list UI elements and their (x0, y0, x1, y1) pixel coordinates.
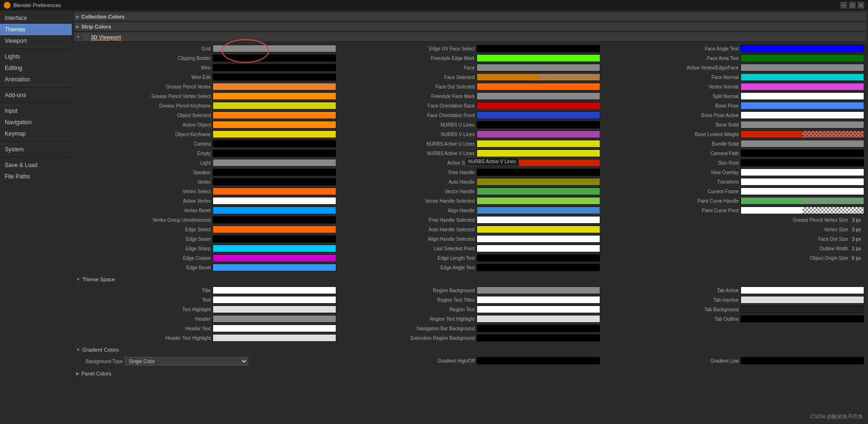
color-swatch-view-overlay[interactable] (741, 168, 864, 176)
color-swatch-vertex-normal[interactable] (741, 83, 864, 90)
color-swatch-bundle-solid[interactable] (741, 140, 864, 148)
color-swatch-wire-edit[interactable] (213, 73, 336, 81)
color-swatch-grid[interactable] (213, 45, 336, 52)
color-swatch-bone-pose-active[interactable] (741, 111, 864, 119)
background-type-select[interactable]: Single Color Linear Gradient Radial Grad… (125, 357, 248, 365)
theme-space-header[interactable]: ▼ Theme Space (74, 275, 866, 284)
color-swatch-region-text-hl[interactable] (477, 315, 600, 323)
color-swatch-exec-region-bg[interactable] (477, 334, 600, 342)
color-swatch-speaker[interactable] (213, 168, 336, 176)
color-swatch-auto-handle-sel[interactable] (477, 226, 600, 233)
color-swatch-obj-kf[interactable] (213, 130, 336, 138)
color-swatch-region-bg[interactable] (477, 286, 600, 294)
color-swatch-auto-handle[interactable] (477, 178, 600, 186)
color-swatch-clipping[interactable] (213, 54, 336, 62)
sidebar-item-file-paths[interactable]: File Paths (0, 171, 72, 182)
color-swatch-face-angle-text[interactable] (741, 45, 864, 52)
color-swatch-bone-solid[interactable] (741, 121, 864, 128)
color-swatch-align-handle-sel[interactable] (477, 235, 600, 243)
color-swatch-text[interactable] (213, 296, 336, 304)
color-swatch-bone-locked[interactable] (741, 130, 864, 138)
color-swatch-header-text-hl[interactable] (213, 334, 336, 342)
color-swatch-free-handle[interactable] (477, 168, 600, 176)
color-swatch-vertex-sel[interactable] (213, 187, 336, 195)
sidebar-item-editing[interactable]: Editing (0, 62, 72, 74)
color-swatch-vg-unref[interactable] (213, 216, 336, 224)
color-swatch-skin-root[interactable] (741, 159, 864, 167)
color-swatch-edge-crease[interactable] (213, 254, 336, 262)
sidebar-item-themes[interactable]: Themes (0, 24, 72, 35)
color-swatch-edge-bevel[interactable] (213, 264, 336, 271)
color-swatch-tab-bg[interactable] (741, 306, 864, 313)
color-swatch-nav-bar-bg[interactable] (477, 325, 600, 332)
color-swatch-edge-sharp[interactable] (213, 245, 336, 252)
color-swatch-empty[interactable] (213, 149, 336, 157)
color-swatch-active-vef[interactable] (741, 64, 864, 71)
color-swatch-freestyle-face[interactable] (477, 92, 600, 100)
color-swatch-grad-high[interactable] (477, 357, 600, 365)
color-swatch-face-area-text[interactable] (741, 54, 864, 62)
sidebar-item-navigation[interactable]: Navigation (0, 117, 72, 128)
panel-colors-header[interactable]: ▶ Panel Colors (74, 369, 866, 378)
color-swatch-header[interactable] (213, 315, 336, 323)
color-swatch-nurbs-av[interactable] (477, 149, 600, 157)
color-swatch-nurbs-u[interactable] (477, 121, 600, 128)
color-swatch-edge-sel[interactable] (213, 226, 336, 233)
maximize-button[interactable]: □ (849, 2, 856, 9)
sidebar-item-animation[interactable]: Animation (0, 74, 72, 85)
color-swatch-title[interactable] (213, 286, 336, 294)
color-swatch-vec-handle-sel[interactable] (477, 197, 600, 205)
color-swatch-gp-vertex[interactable] (213, 83, 336, 90)
color-swatch-paint-curve-handle[interactable] (741, 197, 864, 205)
color-swatch-light[interactable] (213, 159, 336, 167)
color-swatch-freestyle-edge[interactable] (477, 54, 600, 62)
color-swatch-paint-curve-pivot[interactable] (741, 207, 864, 214)
color-swatch-active-spline[interactable] (477, 159, 600, 167)
color-swatch-face-sel[interactable] (477, 73, 600, 81)
color-swatch-transform[interactable] (741, 178, 864, 186)
color-swatch-region-text-titles[interactable] (477, 296, 600, 304)
sidebar-item-system[interactable]: System (0, 144, 72, 155)
color-swatch-free-handle-sel[interactable] (477, 216, 600, 224)
color-swatch-obj-sel[interactable] (213, 111, 336, 119)
sidebar-item-lights[interactable]: Lights (0, 51, 72, 62)
color-swatch-active-obj[interactable] (213, 121, 336, 128)
color-swatch-region-text[interactable] (477, 306, 600, 313)
color-swatch-align-handle[interactable] (477, 207, 600, 214)
strip-colors-header[interactable]: ▶ Strip Colors (74, 22, 866, 31)
color-swatch-bone-pose[interactable] (741, 102, 864, 109)
color-swatch-text-hl[interactable] (213, 306, 336, 313)
sidebar-item-addons[interactable]: Add-ons (0, 89, 72, 101)
sidebar-item-input[interactable]: Input (0, 105, 72, 117)
color-swatch-vertex[interactable] (213, 178, 336, 186)
sidebar-item-viewport[interactable]: Viewport (0, 35, 72, 47)
color-swatch-nurbs-v[interactable] (477, 130, 600, 138)
color-swatch-current-frame[interactable] (741, 187, 864, 195)
sidebar-item-interface[interactable]: Interface (0, 12, 72, 24)
color-swatch-face[interactable] (477, 64, 600, 71)
color-swatch-wire[interactable] (213, 64, 336, 71)
color-swatch-camera[interactable] (213, 140, 336, 148)
color-swatch-vertex-bevel[interactable] (213, 207, 336, 214)
color-swatch-tab-outline[interactable] (741, 315, 864, 323)
color-swatch-tab-active[interactable] (741, 286, 864, 294)
color-swatch-gp-vertex-sel[interactable] (213, 92, 336, 100)
color-swatch-edge-uv[interactable] (477, 45, 600, 52)
color-swatch-active-vertex[interactable] (213, 197, 336, 205)
color-swatch-face-orient-back[interactable] (477, 102, 600, 109)
color-swatch-edge-seam[interactable] (213, 235, 336, 243)
close-button[interactable]: × (858, 2, 864, 9)
color-swatch-gp-keyframe[interactable] (213, 102, 336, 109)
color-swatch-face-normal[interactable] (741, 73, 864, 81)
color-swatch-grad-low[interactable] (741, 357, 864, 365)
color-swatch-vec-handle[interactable] (477, 187, 600, 195)
color-swatch-nurbs-au[interactable] (477, 140, 600, 148)
color-swatch-split-normal[interactable] (741, 92, 864, 100)
color-swatch-face-orient-front[interactable] (477, 111, 600, 119)
color-swatch-tab-inactive[interactable] (741, 296, 864, 304)
color-swatch-face-dot[interactable] (477, 83, 600, 90)
minimize-button[interactable]: − (840, 2, 847, 9)
color-swatch-header-text[interactable] (213, 325, 336, 332)
gradient-colors-header[interactable]: ▼ Gradient Colors (74, 345, 866, 354)
color-swatch-camera-path[interactable] (741, 149, 864, 157)
